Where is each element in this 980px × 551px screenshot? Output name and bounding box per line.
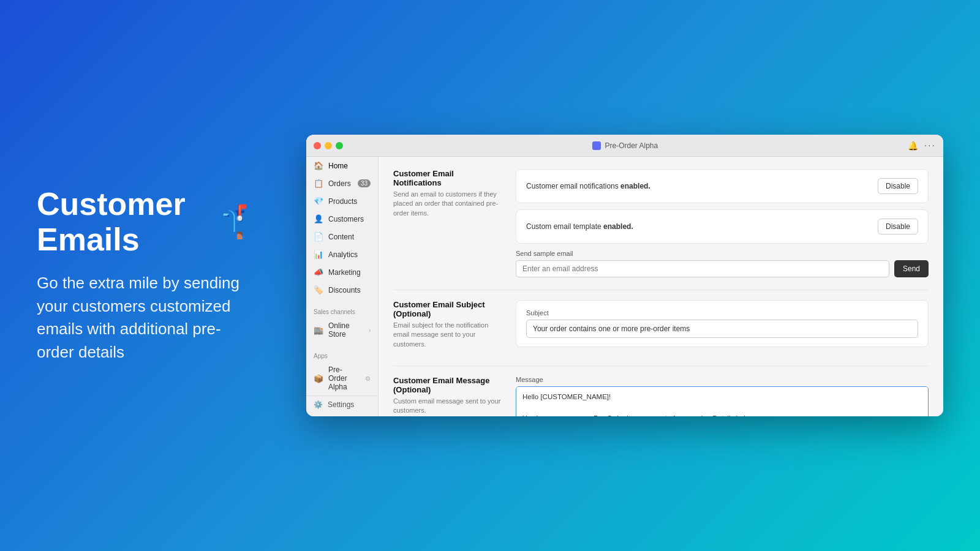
send-email-input[interactable] — [516, 260, 889, 277]
orders-icon: 📋 — [314, 179, 323, 188]
chevron-right-icon: › — [369, 327, 371, 334]
template-status-text: Custom email template enabled. — [526, 222, 633, 231]
sidebar-item-products[interactable]: 💎 Products — [306, 192, 378, 210]
subject-input[interactable] — [526, 320, 918, 338]
email-subject-content: Subject — [516, 300, 929, 353]
window-controls — [314, 142, 343, 149]
title-bar: Pre-Order Alpha 🔔 ··· — [306, 135, 943, 157]
template-enabled-row: Custom email template enabled. Disable — [526, 219, 918, 234]
notifications-enabled-row: Customer email notifications enabled. Di… — [526, 178, 918, 194]
sidebar-item-pre-order-alpha[interactable]: 📦 Pre-Order Alpha ⚙ — [306, 361, 378, 395]
sidebar-footer: ⚙️ Settings ℹ️ Non-transferable — [306, 395, 378, 416]
template-enabled-card: Custom email template enabled. Disable — [516, 209, 929, 244]
divider-1 — [393, 290, 929, 290]
hero-title: Customer Emails 📫 — [37, 187, 257, 257]
email-subject-label: Customer Email Subject (Optional) Email … — [393, 300, 503, 349]
app-body: 🏠 Home 📋 Orders 33 💎 Products 👤 Customer… — [306, 157, 943, 416]
sidebar-item-customers[interactable]: 👤 Customers — [306, 210, 378, 228]
sidebar-item-home[interactable]: 🏠 Home — [306, 157, 378, 174]
discounts-icon: 🏷️ — [314, 285, 323, 294]
close-button[interactable] — [314, 142, 321, 149]
sidebar-item-orders[interactable]: 📋 Orders 33 — [306, 174, 378, 192]
window-title: Pre-Order Alpha — [592, 141, 658, 150]
sidebar-label-products: Products — [328, 197, 371, 206]
sidebar-item-content[interactable]: 📄 Content — [306, 228, 378, 246]
email-message-content: Message Hello [CUSTOMER_NAME]! You have … — [516, 376, 929, 416]
sidebar-label-marketing: Marketing — [328, 268, 371, 277]
apps-section-label: Apps — [306, 348, 378, 361]
analytics-icon: 📊 — [314, 250, 323, 259]
email-message-section: Customer Email Message (Optional) Custom… — [393, 376, 929, 416]
subject-field-label: Subject — [526, 309, 918, 317]
disable-notifications-button[interactable]: Disable — [878, 178, 918, 194]
send-sample-email-row: Send sample email Send — [516, 250, 929, 277]
main-panel: Customer Email Notifications Send an ema… — [379, 157, 943, 416]
sidebar-label-analytics: Analytics — [328, 250, 371, 259]
window-title-text: Pre-Order Alpha — [605, 141, 658, 150]
settings-footer-item[interactable]: ⚙️ Settings — [306, 396, 378, 413]
sidebar-label-home: Home — [328, 162, 371, 170]
send-sample-label: Send sample email — [516, 250, 929, 257]
content-icon: 📄 — [314, 232, 323, 241]
disable-template-button[interactable]: Disable — [878, 219, 918, 234]
marketing-icon: 📣 — [314, 268, 323, 277]
sidebar-label-discounts: Discounts — [328, 286, 371, 294]
email-notifications-content: Customer email notifications enabled. Di… — [516, 169, 929, 277]
maximize-button[interactable] — [336, 142, 343, 149]
email-message-desc: Custom email message sent to your custom… — [393, 397, 503, 416]
orders-badge: 33 — [358, 179, 371, 187]
email-notifications-label: Customer Email Notifications Send an ema… — [393, 169, 503, 218]
settings-icon: ⚙️ — [314, 400, 323, 409]
email-message-title: Customer Email Message (Optional) — [393, 376, 503, 394]
sidebar-label-online-store: Online Store — [328, 321, 364, 339]
more-options-icon[interactable]: ··· — [924, 140, 936, 151]
sidebar-item-online-store[interactable]: 🏬 Online Store › — [306, 317, 378, 343]
sidebar-label-customers: Customers — [328, 215, 371, 223]
sidebar-label-pre-order-alpha: Pre-Order Alpha — [328, 365, 360, 391]
bell-icon[interactable]: 🔔 — [908, 141, 918, 151]
settings-label: Settings — [328, 400, 354, 409]
settings-small-icon: ⚙ — [365, 375, 371, 382]
email-subject-section: Customer Email Subject (Optional) Email … — [393, 300, 929, 353]
online-store-icon: 🏬 — [314, 326, 323, 335]
hero-section: Customer Emails 📫 Go the extra mile by s… — [0, 150, 294, 400]
customers-icon: 👤 — [314, 214, 323, 223]
minimize-button[interactable] — [325, 142, 332, 149]
title-bar-actions: 🔔 ··· — [908, 140, 936, 151]
hero-description: Go the extra mile by sending your custom… — [37, 272, 257, 364]
hero-title-text: Customer Emails — [37, 187, 210, 257]
sidebar-label-orders: Orders — [328, 179, 353, 188]
email-subject-desc: Email subject for the notification email… — [393, 321, 503, 349]
subject-card: Subject — [516, 300, 929, 347]
divider-2 — [393, 365, 929, 366]
email-notifications-title: Customer Email Notifications — [393, 169, 503, 187]
home-icon: 🏠 — [314, 161, 323, 170]
email-message-label: Customer Email Message (Optional) Custom… — [393, 376, 503, 416]
pre-order-alpha-icon: 📦 — [314, 374, 323, 383]
email-notifications-desc: Send an email to customers if they place… — [393, 190, 503, 218]
notifications-enabled-card: Customer email notifications enabled. Di… — [516, 169, 929, 203]
notifications-status-text: Customer email notifications enabled. — [526, 182, 650, 190]
hero-emoji: 📫 — [217, 204, 257, 239]
sidebar-item-discounts[interactable]: 🏷️ Discounts — [306, 281, 378, 299]
email-subject-title: Customer Email Subject (Optional) — [393, 300, 503, 318]
sidebar-item-analytics[interactable]: 📊 Analytics — [306, 246, 378, 263]
sidebar: 🏠 Home 📋 Orders 33 💎 Products 👤 Customer… — [306, 157, 379, 416]
message-field-label: Message — [516, 376, 929, 383]
app-icon — [592, 141, 601, 150]
products-icon: 💎 — [314, 197, 323, 206]
email-notifications-section: Customer Email Notifications Send an ema… — [393, 169, 929, 277]
sales-channels-section-label: Sales channels — [306, 304, 378, 317]
sidebar-item-marketing[interactable]: 📣 Marketing — [306, 263, 378, 281]
send-input-row: Send — [516, 260, 929, 277]
non-transferable-footer-item[interactable]: ℹ️ Non-transferable — [306, 413, 378, 416]
send-email-button[interactable]: Send — [894, 260, 929, 277]
message-textarea[interactable]: Hello [CUSTOMER_NAME]! You have one or m… — [516, 386, 929, 416]
app-window: Pre-Order Alpha 🔔 ··· 🏠 Home 📋 Orders 33… — [306, 135, 943, 416]
sidebar-label-content: Content — [328, 233, 371, 241]
